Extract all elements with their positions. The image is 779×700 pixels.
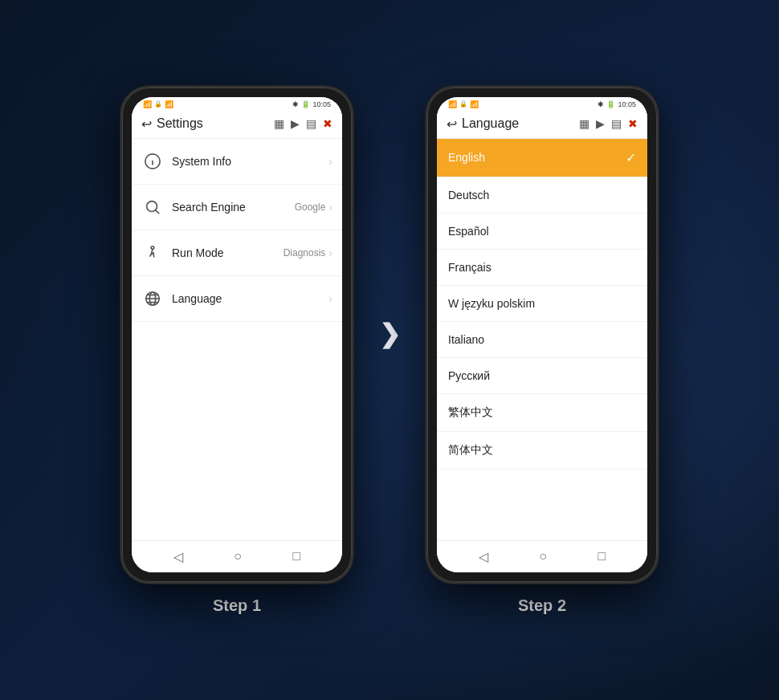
signal-icon2: 📶 <box>448 100 457 108</box>
phone1-header-left: ↩ Settings <box>141 116 203 132</box>
phone2-status-left: 📶 🔒 📶 <box>448 100 479 108</box>
phone2-wrapper: 📶 🔒 📶 ✱ 🔋 10:05 ↩ <box>426 86 659 615</box>
phone2-header-icons: ▦ ▶ ▤ ✖ <box>579 117 638 130</box>
lang-espanol-label: Español <box>448 225 636 238</box>
phone1-screenshot-icon[interactable]: ▦ <box>274 117 284 130</box>
menu-item-language[interactable]: Language › <box>132 276 342 322</box>
menu-item-search-engine[interactable]: Search Engine Google › <box>132 185 342 230</box>
bluetooth-icon: ✱ <box>292 100 299 108</box>
lang-polish-label: W języku polskim <box>448 297 636 310</box>
phone1-header-title: Settings <box>157 116 203 131</box>
phone1-bottom-nav: ◁ ○ □ <box>132 540 342 572</box>
phone2-home-nav[interactable]: ○ <box>539 549 547 564</box>
phone1-back-button[interactable]: ↩ <box>141 116 152 132</box>
svg-line-4 <box>156 210 159 214</box>
lang-simplified-chinese-label: 简体中文 <box>448 443 636 458</box>
signal-icon: 📶 <box>143 100 152 108</box>
menu-item-run-mode[interactable]: Run Mode Diagnosis › <box>132 230 342 276</box>
lang-english-label: English <box>448 151 626 164</box>
phone1-frame: 📶 🔒 📶 ✱ 🔋 10:05 ↩ <box>120 86 353 584</box>
phone2-language-list: English ✓ Deutsch Español Français <box>437 139 647 540</box>
phone2-header: ↩ Language ▦ ▶ ▤ ✖ <box>437 110 647 139</box>
svg-point-5 <box>151 246 154 249</box>
phone1-header-icons: ▦ ▶ ▤ ✖ <box>274 117 332 130</box>
phone2-frame: 📶 🔒 📶 ✱ 🔋 10:05 ↩ <box>426 86 659 584</box>
lang-item-russian[interactable]: Русский <box>437 358 647 394</box>
phone1-status-bar: 📶 🔒 📶 ✱ 🔋 10:05 <box>132 97 342 110</box>
phone1-recents-nav[interactable]: □ <box>293 549 301 564</box>
lang-russian-label: Русский <box>448 369 636 382</box>
system-info-label: System Info <box>172 155 328 168</box>
lang-italiano-label: Italiano <box>448 333 636 346</box>
main-container: 📶 🔒 📶 ✱ 🔋 10:05 ↩ <box>0 86 779 615</box>
lang-item-deutsch[interactable]: Deutsch <box>437 177 647 214</box>
phone2-back-nav[interactable]: ◁ <box>479 549 488 564</box>
phone1-menu-content: System Info › Search Engine <box>132 139 342 540</box>
wifi-icon2: 📶 <box>470 100 479 108</box>
phone2-bottom-nav: ◁ ○ □ <box>437 540 647 572</box>
lang-deutsch-label: Deutsch <box>448 189 636 201</box>
language-label: Language <box>172 292 328 305</box>
phone2-header-title: Language <box>462 116 519 131</box>
search-engine-chevron: › <box>328 201 332 214</box>
phone1-image-icon[interactable]: ▤ <box>306 117 316 130</box>
phone2-recents-nav[interactable]: □ <box>598 549 606 564</box>
run-mode-value: Diagnosis <box>283 247 326 258</box>
phone2-header-left: ↩ Language <box>447 116 519 132</box>
phone1-wrapper: 📶 🔒 📶 ✱ 🔋 10:05 ↩ <box>120 86 353 615</box>
run-mode-label: Run Mode <box>172 246 283 259</box>
phone2-inner: 📶 🔒 📶 ✱ 🔋 10:05 ↩ <box>437 97 647 572</box>
run-mode-chevron: › <box>328 246 332 259</box>
lang-item-espanol[interactable]: Español <box>437 214 647 250</box>
lang-item-traditional-chinese[interactable]: 繁体中文 <box>437 394 647 432</box>
phones-row: 📶 🔒 📶 ✱ 🔋 10:05 ↩ <box>120 86 659 615</box>
phone1-status-left: 📶 🔒 📶 <box>143 100 173 108</box>
arrow-container: ❯ <box>369 319 410 349</box>
lang-traditional-chinese-label: 繁体中文 <box>448 405 636 420</box>
step1-label: Step 1 <box>213 596 261 615</box>
phone2-video-icon[interactable]: ▶ <box>596 117 605 130</box>
run-mode-icon <box>141 242 164 264</box>
search-engine-icon <box>141 196 164 218</box>
step2-label: Step 2 <box>518 596 566 615</box>
phone2-status-bar: 📶 🔒 📶 ✱ 🔋 10:05 <box>437 97 647 110</box>
lang-check-icon: ✓ <box>626 150 636 165</box>
battery-icon2: 🔋 <box>606 100 615 108</box>
phone2-image-icon[interactable]: ▤ <box>611 117 622 130</box>
language-chevron: › <box>328 292 332 305</box>
lang-item-english[interactable]: English ✓ <box>437 139 647 177</box>
phone1-video-icon[interactable]: ▶ <box>291 117 300 130</box>
phone1-header: ↩ Settings ▦ ▶ ▤ ✖ <box>132 110 342 139</box>
phone2-screenshot-icon[interactable]: ▦ <box>579 117 589 130</box>
phone2-close-icon[interactable]: ✖ <box>628 117 638 130</box>
bluetooth-icon2: ✱ <box>598 100 604 108</box>
menu-item-system-info[interactable]: System Info › <box>132 139 342 185</box>
lang-item-italiano[interactable]: Italiano <box>437 322 647 358</box>
lang-item-francais[interactable]: Français <box>437 250 647 286</box>
phone1-status-right: ✱ 🔋 10:05 <box>292 100 331 108</box>
phone2-status-right: ✱ 🔋 10:05 <box>598 100 636 108</box>
battery-icon: 🔋 <box>301 100 310 108</box>
language-icon <box>141 287 164 310</box>
lang-francais-label: Français <box>448 261 636 274</box>
system-info-icon <box>141 150 164 173</box>
lang-item-polish[interactable]: W języku polskim <box>437 286 647 322</box>
wifi-icon: 📶 <box>165 100 173 108</box>
next-arrow-icon: ❯ <box>379 319 401 349</box>
lang-item-simplified-chinese[interactable]: 简体中文 <box>437 432 647 470</box>
time-display2: 10:05 <box>618 100 636 108</box>
system-info-chevron: › <box>328 155 332 168</box>
search-engine-label: Search Engine <box>172 201 295 214</box>
phone1-home-nav[interactable]: ○ <box>234 549 242 564</box>
phone1-close-icon[interactable]: ✖ <box>323 117 332 130</box>
phone2-back-button[interactable]: ↩ <box>447 116 457 132</box>
phone1-inner: 📶 🔒 📶 ✱ 🔋 10:05 ↩ <box>132 97 342 572</box>
search-engine-value: Google <box>295 201 326 213</box>
phone1-back-nav[interactable]: ◁ <box>173 549 183 564</box>
lock-icon: 🔒 <box>154 100 162 108</box>
svg-point-3 <box>147 201 157 211</box>
time-display: 10:05 <box>312 100 331 108</box>
lock-icon2: 🔒 <box>459 100 467 108</box>
